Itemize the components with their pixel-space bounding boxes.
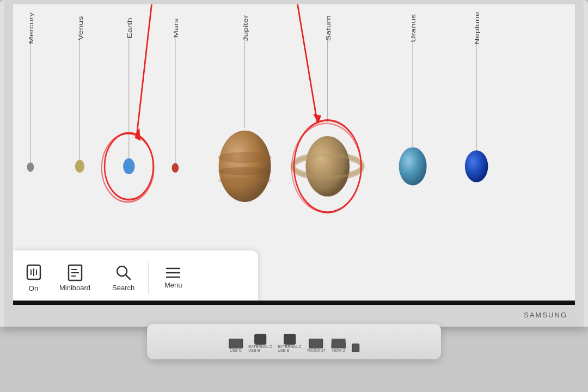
port-external-usb-b-1-label: EXTERNAL CUSB-B — [248, 345, 272, 352]
svg-point-28 — [465, 150, 488, 182]
toolbar-divider — [148, 261, 149, 294]
search-button[interactable]: Search — [101, 259, 145, 297]
port-usb-c: USB-C — [229, 339, 243, 352]
svg-text:Venus: Venus — [77, 16, 84, 40]
screen-bezel: Mercury Venus Earth Mars — [4, 0, 584, 327]
toolbar: On Miniboard — [13, 250, 258, 305]
menu-button[interactable]: Menu — [151, 261, 195, 295]
svg-text:Mercury: Mercury — [27, 13, 34, 44]
menu-label: Menu — [164, 281, 182, 289]
search-label: Search — [112, 284, 134, 292]
svg-point-8 — [123, 158, 134, 174]
on-button[interactable]: On — [19, 258, 48, 298]
svg-line-35 — [297, 4, 317, 122]
port-usb-c-label: USB-C — [230, 348, 242, 352]
svg-point-2 — [27, 162, 34, 171]
svg-point-17 — [218, 177, 272, 184]
svg-text:Jupiter: Jupiter — [242, 15, 249, 41]
svg-line-33 — [137, 4, 152, 138]
svg-point-14 — [219, 131, 271, 202]
svg-text:Neptune: Neptune — [474, 11, 481, 45]
miniboard-button[interactable]: Miniboard — [48, 259, 101, 297]
svg-text:Earth: Earth — [126, 18, 133, 39]
svg-line-46 — [126, 275, 130, 279]
svg-text:Uranus: Uranus — [410, 14, 417, 42]
miniboard-icon — [68, 264, 83, 284]
svg-point-11 — [172, 163, 179, 173]
power-icon — [26, 264, 42, 281]
svg-point-15 — [218, 152, 272, 163]
on-label: On — [29, 284, 38, 292]
monitor-stand: USB-C EXTERNAL CUSB-B EXTERNAL CUSB-B TO… — [147, 324, 441, 359]
port-hdmi: HDMI 2 — [331, 339, 346, 352]
miniboard-label: Miniboard — [59, 284, 90, 292]
port-small — [352, 344, 359, 352]
svg-point-21 — [305, 136, 350, 197]
port-hdmi-label: HDMI 2 — [332, 348, 345, 352]
samsung-logo: SAMSUNG — [524, 311, 567, 319]
svg-point-16 — [218, 167, 272, 175]
menu-icon — [166, 267, 181, 281]
search-icon — [115, 264, 132, 284]
planet-scene-svg: Mercury Venus Earth Mars — [13, 4, 575, 250]
planet-area: Mercury Venus Earth Mars — [13, 4, 575, 250]
svg-text:Mars: Mars — [172, 19, 179, 38]
port-touch-out: TOUCHUT — [307, 339, 326, 352]
screen-bottom-bar — [13, 301, 575, 305]
svg-point-25 — [399, 147, 427, 185]
port-touch-out-label: TOUCHUT — [307, 348, 326, 352]
port-external-usb-b-2-label: EXTERNAL CUSB-B — [278, 345, 302, 352]
port-external-usb-b-2: EXTERNAL CUSB-B — [278, 334, 302, 352]
svg-text:Saturn: Saturn — [324, 15, 332, 41]
svg-point-5 — [75, 160, 84, 173]
screen: Mercury Venus Earth Mars — [13, 4, 575, 305]
monitor-frame: Mercury Venus Earth Mars — [0, 0, 588, 327]
port-external-usb-b-1: EXTERNAL CUSB-B — [248, 334, 272, 352]
